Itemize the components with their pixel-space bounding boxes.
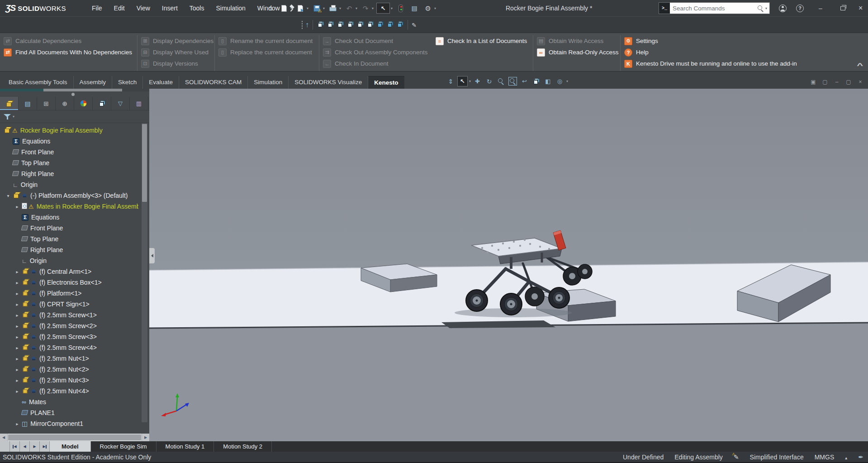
caret-right-icon[interactable]: ▸ xyxy=(13,334,22,339)
tree-item[interactable]: Front Plane xyxy=(0,147,138,158)
tree-item[interactable]: PLANE1 xyxy=(0,407,138,418)
caret-up-icon[interactable]: ▴ xyxy=(845,453,847,461)
hide-show-items-dropdown-icon[interactable]: ▾ xyxy=(566,79,568,83)
tree-item[interactable]: ▸(f) 2.5mm Screw<3> xyxy=(0,331,138,342)
bottom-tab-motion-study-1[interactable]: Motion Study 1 xyxy=(157,441,214,452)
normal-to-icon[interactable]: ↑ xyxy=(305,21,309,29)
tree-item[interactable]: ▸(f) 2.5mm Screw<4> xyxy=(0,342,138,353)
pan-icon[interactable]: ✚ xyxy=(472,76,483,86)
tree-item[interactable]: Top Plane xyxy=(0,234,138,244)
menu-tools[interactable]: Tools xyxy=(184,0,210,16)
caret-right-icon[interactable]: ▸ xyxy=(13,345,22,350)
bottom-tab-motion-study-2[interactable]: Motion Study 2 xyxy=(214,441,272,452)
tree-item[interactable]: ΣEquations xyxy=(0,212,138,223)
caret-down-icon[interactable]: ▾ xyxy=(4,193,13,198)
close-window-icon[interactable]: × xyxy=(857,79,863,85)
view-trimetric-icon[interactable] xyxy=(396,20,404,29)
tree-item[interactable]: ▸(f) 2.5mm Nut<4> xyxy=(0,386,138,396)
filter-dropdown-icon[interactable]: ▾ xyxy=(13,115,14,119)
ribbon-item-obtain-read-only[interactable]: ∞Obtain Read-Only Access xyxy=(537,47,620,58)
caret-right-icon[interactable]: ▸ xyxy=(13,389,22,394)
cascade-windows-icon[interactable]: ▣ xyxy=(810,79,816,85)
menu-insert[interactable]: Insert xyxy=(156,0,184,16)
save-icon[interactable]: ⚠ xyxy=(311,3,322,14)
dimxpertmanager-icon[interactable]: ⊕ xyxy=(56,97,74,110)
select-cursor-dropdown-icon[interactable]: ▾ xyxy=(469,79,471,83)
search-input[interactable] xyxy=(670,5,757,12)
caret-right-icon[interactable]: ▸ xyxy=(13,291,22,296)
tab-first-icon[interactable]: ◀ xyxy=(10,441,20,452)
menu-edit[interactable]: Edit xyxy=(108,0,131,16)
scrollbar-thumb[interactable] xyxy=(142,124,147,202)
tab-simulation[interactable]: Simulation xyxy=(248,76,289,89)
menu-view[interactable]: View xyxy=(131,0,156,16)
zoom-to-fit-icon[interactable] xyxy=(496,76,506,86)
print-dropdown-icon[interactable]: ▾ xyxy=(339,6,341,10)
view-top-icon[interactable] xyxy=(356,20,364,29)
new-document-dropdown-icon[interactable]: ▾ xyxy=(290,6,292,10)
save-dropdown-icon[interactable]: ▾ xyxy=(323,6,325,10)
open-document-dropdown-icon[interactable]: ▾ xyxy=(307,6,308,10)
tree-item[interactable]: ΣEquations xyxy=(0,136,138,147)
tree-item[interactable]: ∟Origin xyxy=(0,255,138,266)
caret-right-icon[interactable]: ▸ xyxy=(13,367,22,372)
tab-scroll-grip[interactable] xyxy=(0,441,10,452)
restore-icon[interactable] xyxy=(840,0,845,16)
filter-funnel-icon[interactable] xyxy=(4,114,11,120)
caret-right-icon[interactable]: ▸ xyxy=(13,378,22,383)
menu-simulation[interactable]: Simulation xyxy=(210,0,251,16)
edit-warning-icon[interactable]: ✎⚠ xyxy=(734,453,739,461)
caret-right-icon[interactable]: ▸ xyxy=(13,280,22,285)
caret-right-icon[interactable]: ▸ xyxy=(13,269,22,274)
hide-show-items-icon[interactable]: ◎ xyxy=(555,76,565,86)
tree-vertical-scrollbar[interactable] xyxy=(142,123,147,422)
scroll-left-icon[interactable]: ◀ xyxy=(0,434,8,441)
open-document-icon[interactable] xyxy=(295,3,306,14)
maximize-window-icon[interactable]: ▢ xyxy=(845,79,852,85)
select-cursor-dropdown-icon[interactable]: ▾ xyxy=(391,6,393,10)
bottom-tab-rocker-bogie-sim[interactable]: Rocker Bogie Sim xyxy=(91,441,157,452)
ribbon-item-kenesto-help[interactable]: ?Help xyxy=(624,47,868,58)
view-bottom-icon[interactable] xyxy=(366,20,374,29)
minimize-icon[interactable]: – xyxy=(819,0,822,16)
quill-icon[interactable]: ✒ xyxy=(858,453,863,461)
view-front-icon[interactable] xyxy=(317,20,324,29)
tree-item[interactable]: ▸(f) 2.5mm Nut<1> xyxy=(0,353,138,364)
tab-solidworks-cam[interactable]: SOLIDWORKS CAM xyxy=(179,76,248,89)
propertymanager-icon[interactable]: ▤ xyxy=(19,97,37,110)
section-view-icon[interactable]: ◧ xyxy=(543,76,553,86)
tree-item[interactable]: ∟Origin xyxy=(0,179,138,190)
tab-evaluate[interactable]: Evaluate xyxy=(143,76,179,89)
view-left-icon[interactable] xyxy=(337,20,344,29)
tolanalyst-icon[interactable]: ▥ xyxy=(130,97,148,110)
tree-item[interactable]: ▸(f) Central Arm<1> xyxy=(0,266,138,277)
graphics-viewport[interactable] xyxy=(149,89,868,441)
collapse-ribbon-icon[interactable]: ^ xyxy=(857,62,863,69)
panel-collapse-dot[interactable] xyxy=(71,93,75,96)
caret-right-icon[interactable]: ▸ xyxy=(13,421,22,426)
displaymanager-icon[interactable] xyxy=(74,97,93,110)
help-icon[interactable]: ? xyxy=(796,0,804,16)
tree-item[interactable]: Right Plane xyxy=(0,244,138,255)
ribbon-item-settings-gear[interactable]: ⚙Settings xyxy=(624,35,868,47)
scrollbar-thumb[interactable] xyxy=(8,434,141,440)
new-document-icon[interactable] xyxy=(279,3,289,14)
tree-item[interactable]: ▸(f) 2.5mm Screw<1> xyxy=(0,310,138,320)
zoom-to-area-icon[interactable] xyxy=(508,76,518,86)
tab-prev-icon[interactable]: ◀ xyxy=(20,441,30,452)
view-dimetric-icon[interactable] xyxy=(386,20,394,29)
tab-sketch[interactable]: Sketch xyxy=(112,76,143,89)
options-gear-icon[interactable]: ⚙ xyxy=(422,3,433,14)
caret-right-icon[interactable]: ▸ xyxy=(13,302,22,307)
cam-feature-tree-icon[interactable] xyxy=(93,97,111,110)
search-commands-box[interactable]: >_ ▾ xyxy=(659,2,770,14)
home-icon[interactable]: ⌂ xyxy=(265,3,276,14)
tab-last-icon[interactable]: ▶ xyxy=(40,441,50,452)
select-cursor-icon[interactable]: ↖ xyxy=(457,76,468,86)
caret-right-icon[interactable]: ▸ xyxy=(13,356,22,361)
tree-item[interactable]: ▸(f) CPRT Sign<1> xyxy=(0,299,138,310)
rebuild-traffic-light-icon[interactable] xyxy=(395,3,406,14)
tree-item[interactable]: ▾(-) Platform Assembly<3> (Default) xyxy=(0,190,138,201)
tab-next-icon[interactable]: ▶ xyxy=(30,441,40,452)
tree-item[interactable]: ▸(f) 2.5mm Nut<2> xyxy=(0,364,138,375)
